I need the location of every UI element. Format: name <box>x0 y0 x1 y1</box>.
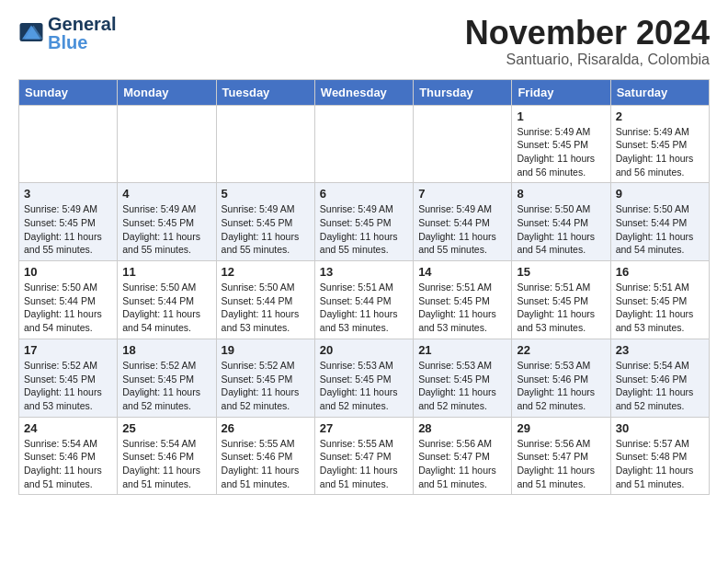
day-number: 25 <box>122 421 210 435</box>
calendar-day-cell: 8Sunrise: 5:50 AM Sunset: 5:44 PM Daylig… <box>512 183 610 261</box>
day-number: 1 <box>517 109 605 123</box>
header: General Blue November 2024 Santuario, Ri… <box>18 15 710 68</box>
day-info: Sunrise: 5:53 AM Sunset: 5:46 PM Dayligh… <box>517 359 605 413</box>
calendar-day-cell <box>118 105 216 183</box>
calendar-day-cell: 16Sunrise: 5:51 AM Sunset: 5:45 PM Dayli… <box>610 261 709 339</box>
logo-icon <box>18 23 44 41</box>
day-number: 18 <box>122 343 210 357</box>
day-number: 22 <box>517 343 605 357</box>
day-info: Sunrise: 5:49 AM Sunset: 5:44 PM Dayligh… <box>418 202 506 257</box>
day-number: 3 <box>24 187 112 201</box>
day-info: Sunrise: 5:49 AM Sunset: 5:45 PM Dayligh… <box>122 202 210 257</box>
calendar-header-row: SundayMondayTuesdayWednesdayThursdayFrid… <box>19 79 710 105</box>
day-info: Sunrise: 5:49 AM Sunset: 5:45 PM Dayligh… <box>320 202 408 257</box>
calendar-week-row: 24Sunrise: 5:54 AM Sunset: 5:46 PM Dayli… <box>19 417 710 495</box>
day-number: 9 <box>616 187 704 201</box>
day-number: 16 <box>616 265 704 279</box>
calendar-col-header: Friday <box>512 79 610 105</box>
calendar-day-cell: 26Sunrise: 5:55 AM Sunset: 5:46 PM Dayli… <box>216 417 314 495</box>
day-info: Sunrise: 5:55 AM Sunset: 5:46 PM Dayligh… <box>222 437 310 491</box>
day-number: 11 <box>122 265 210 279</box>
logo-general-text: General <box>48 15 116 33</box>
calendar-day-cell <box>19 105 118 183</box>
day-info: Sunrise: 5:50 AM Sunset: 5:44 PM Dayligh… <box>517 202 605 257</box>
day-info: Sunrise: 5:56 AM Sunset: 5:47 PM Dayligh… <box>418 437 506 491</box>
day-number: 28 <box>418 421 506 435</box>
day-info: Sunrise: 5:50 AM Sunset: 5:44 PM Dayligh… <box>24 281 112 335</box>
logo-blue-text: Blue <box>48 33 116 52</box>
day-number: 12 <box>222 265 310 279</box>
calendar-day-cell: 24Sunrise: 5:54 AM Sunset: 5:46 PM Dayli… <box>19 417 118 495</box>
day-info: Sunrise: 5:49 AM Sunset: 5:45 PM Dayligh… <box>616 125 704 179</box>
calendar-day-cell <box>216 105 314 183</box>
calendar-day-cell <box>414 105 512 183</box>
day-info: Sunrise: 5:55 AM Sunset: 5:47 PM Dayligh… <box>320 437 408 491</box>
day-number: 21 <box>418 343 506 357</box>
day-info: Sunrise: 5:54 AM Sunset: 5:46 PM Dayligh… <box>24 437 112 491</box>
day-number: 6 <box>320 187 408 201</box>
calendar-day-cell: 15Sunrise: 5:51 AM Sunset: 5:45 PM Dayli… <box>512 261 610 339</box>
day-info: Sunrise: 5:50 AM Sunset: 5:44 PM Dayligh… <box>616 202 704 257</box>
page: General Blue November 2024 Santuario, Ri… <box>0 0 728 510</box>
day-info: Sunrise: 5:51 AM Sunset: 5:45 PM Dayligh… <box>418 281 506 335</box>
calendar-day-cell: 5Sunrise: 5:49 AM Sunset: 5:45 PM Daylig… <box>216 183 314 261</box>
calendar-day-cell: 11Sunrise: 5:50 AM Sunset: 5:44 PM Dayli… <box>118 261 216 339</box>
calendar-day-cell: 23Sunrise: 5:54 AM Sunset: 5:46 PM Dayli… <box>610 339 709 417</box>
day-info: Sunrise: 5:54 AM Sunset: 5:46 PM Dayligh… <box>122 437 210 491</box>
calendar-col-header: Tuesday <box>216 79 314 105</box>
calendar-week-row: 10Sunrise: 5:50 AM Sunset: 5:44 PM Dayli… <box>19 261 710 339</box>
day-number: 24 <box>24 421 112 435</box>
calendar-day-cell: 29Sunrise: 5:56 AM Sunset: 5:47 PM Dayli… <box>512 417 610 495</box>
day-number: 26 <box>222 421 310 435</box>
day-number: 10 <box>24 265 112 279</box>
day-info: Sunrise: 5:52 AM Sunset: 5:45 PM Dayligh… <box>122 359 210 413</box>
day-info: Sunrise: 5:51 AM Sunset: 5:45 PM Dayligh… <box>616 281 704 335</box>
calendar-week-row: 17Sunrise: 5:52 AM Sunset: 5:45 PM Dayli… <box>19 339 710 417</box>
calendar-day-cell: 28Sunrise: 5:56 AM Sunset: 5:47 PM Dayli… <box>414 417 512 495</box>
logo-name: General Blue <box>48 15 116 52</box>
logo: General Blue <box>18 15 116 52</box>
day-number: 2 <box>616 109 704 123</box>
day-number: 20 <box>320 343 408 357</box>
calendar-day-cell: 14Sunrise: 5:51 AM Sunset: 5:45 PM Dayli… <box>414 261 512 339</box>
calendar-day-cell: 22Sunrise: 5:53 AM Sunset: 5:46 PM Dayli… <box>512 339 610 417</box>
day-number: 15 <box>517 265 605 279</box>
calendar-col-header: Sunday <box>19 79 118 105</box>
calendar-day-cell: 2Sunrise: 5:49 AM Sunset: 5:45 PM Daylig… <box>610 105 709 183</box>
calendar-day-cell: 12Sunrise: 5:50 AM Sunset: 5:44 PM Dayli… <box>216 261 314 339</box>
day-number: 29 <box>517 421 605 435</box>
calendar-day-cell <box>314 105 413 183</box>
calendar-col-header: Wednesday <box>314 79 413 105</box>
day-info: Sunrise: 5:54 AM Sunset: 5:46 PM Dayligh… <box>616 359 704 413</box>
day-number: 19 <box>222 343 310 357</box>
day-number: 17 <box>24 343 112 357</box>
day-info: Sunrise: 5:50 AM Sunset: 5:44 PM Dayligh… <box>222 281 310 335</box>
calendar-col-header: Thursday <box>414 79 512 105</box>
day-info: Sunrise: 5:51 AM Sunset: 5:44 PM Dayligh… <box>320 281 408 335</box>
day-number: 27 <box>320 421 408 435</box>
title-block: November 2024 Santuario, Risaralda, Colo… <box>465 15 710 68</box>
calendar-day-cell: 19Sunrise: 5:52 AM Sunset: 5:45 PM Dayli… <box>216 339 314 417</box>
day-info: Sunrise: 5:51 AM Sunset: 5:45 PM Dayligh… <box>517 281 605 335</box>
calendar-col-header: Saturday <box>610 79 709 105</box>
day-number: 4 <box>122 187 210 201</box>
calendar-day-cell: 4Sunrise: 5:49 AM Sunset: 5:45 PM Daylig… <box>118 183 216 261</box>
day-number: 13 <box>320 265 408 279</box>
day-number: 30 <box>616 421 704 435</box>
day-info: Sunrise: 5:50 AM Sunset: 5:44 PM Dayligh… <box>122 281 210 335</box>
calendar-day-cell: 25Sunrise: 5:54 AM Sunset: 5:46 PM Dayli… <box>118 417 216 495</box>
calendar-week-row: 3Sunrise: 5:49 AM Sunset: 5:45 PM Daylig… <box>19 183 710 261</box>
day-number: 5 <box>222 187 310 201</box>
calendar-week-row: 1Sunrise: 5:49 AM Sunset: 5:45 PM Daylig… <box>19 105 710 183</box>
day-number: 14 <box>418 265 506 279</box>
day-info: Sunrise: 5:49 AM Sunset: 5:45 PM Dayligh… <box>222 202 310 257</box>
calendar-day-cell: 18Sunrise: 5:52 AM Sunset: 5:45 PM Dayli… <box>118 339 216 417</box>
calendar-col-header: Monday <box>118 79 216 105</box>
day-number: 8 <box>517 187 605 201</box>
calendar-day-cell: 17Sunrise: 5:52 AM Sunset: 5:45 PM Dayli… <box>19 339 118 417</box>
day-info: Sunrise: 5:49 AM Sunset: 5:45 PM Dayligh… <box>24 202 112 257</box>
calendar-day-cell: 27Sunrise: 5:55 AM Sunset: 5:47 PM Dayli… <box>314 417 413 495</box>
calendar-day-cell: 20Sunrise: 5:53 AM Sunset: 5:45 PM Dayli… <box>314 339 413 417</box>
day-info: Sunrise: 5:53 AM Sunset: 5:45 PM Dayligh… <box>320 359 408 413</box>
day-number: 7 <box>418 187 506 201</box>
